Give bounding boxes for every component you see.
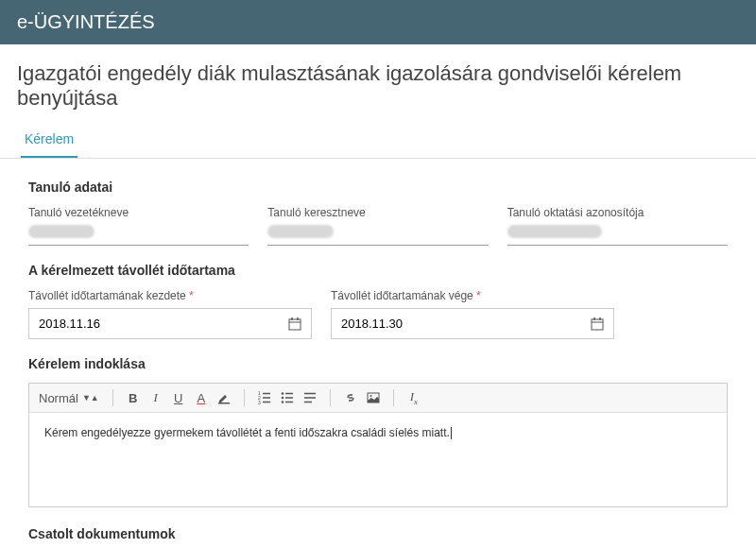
toolbar-separator [112, 389, 113, 406]
start-date-input[interactable] [29, 309, 279, 338]
italic-button[interactable]: I [149, 390, 163, 405]
unordered-list-button[interactable] [281, 391, 294, 404]
svg-rect-8 [218, 402, 230, 404]
svg-rect-4 [592, 319, 603, 330]
app-title: e-ÜGYINTÉZÉS [17, 11, 155, 32]
start-date-field: Távollét időtartamának kezdete * [28, 289, 312, 339]
end-date-input-wrap[interactable] [331, 308, 614, 339]
svg-point-15 [281, 392, 284, 395]
end-date-field: Távollét időtartamának vége * [331, 289, 614, 339]
link-button[interactable] [344, 391, 357, 404]
image-button[interactable] [367, 391, 380, 404]
surname-value [28, 225, 249, 246]
svg-point-19 [281, 401, 284, 403]
clear-format-button[interactable]: Ix [407, 389, 421, 406]
date-fields-row: Távollét időtartamának kezdete * Távollé… [28, 289, 728, 339]
calendar-icon[interactable] [581, 317, 613, 331]
eduid-label: Tanuló oktatási azonosítója [507, 206, 728, 219]
svg-point-25 [369, 395, 371, 397]
svg-text:3: 3 [258, 400, 261, 404]
app-header: e-ÜGYINTÉZÉS [0, 0, 756, 44]
highlight-button[interactable] [217, 391, 231, 404]
font-color-button[interactable]: A [195, 391, 208, 405]
align-button[interactable] [303, 391, 317, 404]
surname-label: Tanuló vezetékneve [28, 206, 249, 219]
redacted-value [28, 225, 94, 238]
start-date-input-wrap[interactable] [28, 308, 312, 339]
firstname-field: Tanuló keresztneve [267, 206, 488, 246]
section-justification: Kérelem indoklása [28, 356, 728, 371]
chevron-down-icon: ▼▲ [82, 393, 99, 402]
calendar-icon[interactable] [279, 317, 311, 331]
firstname-value [267, 225, 488, 246]
toolbar-separator [244, 389, 245, 406]
svg-point-17 [281, 397, 284, 400]
required-mark: * [189, 289, 194, 302]
clear-group: Ix [407, 389, 421, 406]
page-title: Igazgatói engedély diák mulasztásának ig… [0, 44, 756, 122]
tab-request[interactable]: Kérelem [21, 122, 77, 158]
start-date-label: Távollét időtartamának kezdete * [28, 289, 312, 302]
list-group: 123 [258, 391, 317, 404]
eduid-value [507, 225, 728, 246]
insert-group [344, 391, 380, 404]
redacted-value [267, 225, 334, 238]
form-content: Tanuló adatai Tanuló vezetékneve Tanuló … [0, 159, 756, 548]
editor-toolbar: Normál ▼▲ B I U A 123 [28, 383, 728, 413]
toolbar-separator [330, 389, 331, 406]
format-select[interactable]: Normál ▼▲ [39, 391, 99, 405]
underline-button[interactable]: U [172, 391, 185, 405]
bold-button[interactable]: B [127, 391, 140, 405]
surname-field: Tanuló vezetékneve [28, 206, 249, 246]
editor-textarea[interactable]: Kérem engedélyezze gyermekem távollétét … [28, 413, 728, 507]
section-attachments: Csatolt dokumentumok [28, 526, 728, 541]
end-date-label: Távollét időtartamának vége * [331, 289, 614, 302]
end-date-input[interactable] [332, 309, 581, 338]
svg-rect-0 [289, 319, 301, 330]
eduid-field: Tanuló oktatási azonosítója [507, 206, 728, 246]
section-student-data: Tanuló adatai [28, 180, 728, 195]
section-absence-period: A kérelmezett távollét időtartama [28, 263, 728, 278]
toolbar-separator [393, 389, 394, 406]
redacted-value [507, 225, 602, 238]
tab-bar: Kérelem [0, 122, 756, 159]
text-style-group: B I U A [127, 390, 231, 405]
student-fields-row: Tanuló vezetékneve Tanuló keresztneve Ta… [28, 206, 728, 246]
text-cursor [451, 427, 452, 439]
firstname-label: Tanuló keresztneve [267, 206, 488, 219]
ordered-list-button[interactable]: 123 [258, 391, 271, 404]
required-mark: * [476, 289, 481, 302]
